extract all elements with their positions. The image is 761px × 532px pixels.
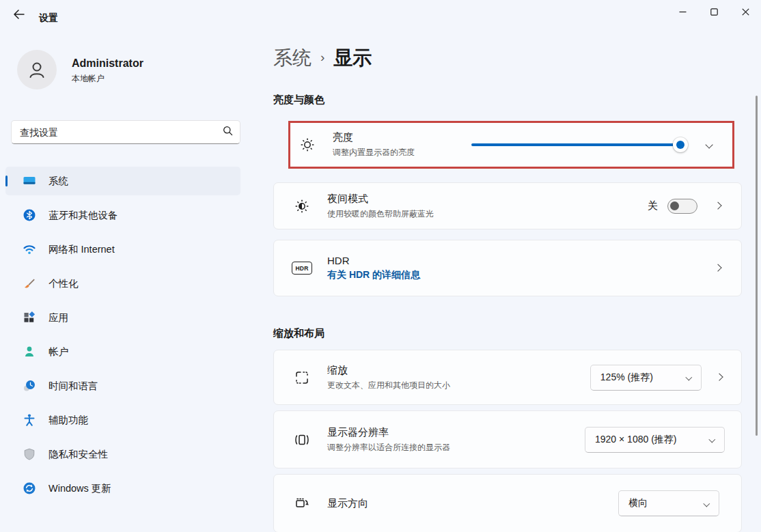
selection-indicator	[5, 176, 8, 186]
sidebar-item-label: 蓝牙和其他设备	[49, 209, 118, 222]
night-light-subtitle: 使用较暖的颜色帮助屏蔽蓝光	[327, 208, 434, 220]
breadcrumb-parent[interactable]: 系统	[273, 45, 312, 71]
orientation-title: 显示方向	[327, 497, 368, 510]
night-light-toggle[interactable]	[667, 199, 697, 214]
vertical-scrollbar[interactable]	[756, 96, 758, 436]
resolution-row[interactable]: 显示器分辨率 调整分辨率以适合所连接的显示器 1920 × 1080 (推荐)	[273, 410, 742, 468]
search-box[interactable]	[11, 120, 240, 144]
resolution-title: 显示器分辨率	[327, 426, 450, 439]
apps-icon	[23, 311, 36, 324]
personalization-brush-icon	[23, 277, 36, 290]
hdr-text: HDR 有关 HDR 的详细信息	[327, 255, 420, 281]
resolution-icon	[292, 432, 312, 448]
brightness-slider-thumb[interactable]	[673, 137, 688, 152]
sidebar-item-label: 隐私和安全性	[49, 448, 108, 461]
hdr-title: HDR	[327, 255, 420, 266]
brightness-slider-track[interactable]	[471, 143, 687, 146]
sidebar-item-accounts[interactable]: 帐户	[5, 337, 240, 366]
sidebar-item-label: Windows 更新	[49, 482, 111, 495]
sidebar-item-personalization[interactable]: 个性化	[5, 269, 240, 298]
minimize-button[interactable]	[667, 0, 698, 23]
orientation-text: 显示方向	[327, 497, 368, 510]
section-scale-layout: 缩放和布局	[273, 327, 324, 340]
scale-subtitle: 更改文本、应用和其他项目的大小	[327, 380, 450, 391]
sidebar-item-apps[interactable]: 应用	[5, 303, 240, 332]
orientation-dropdown-value: 横向	[628, 497, 648, 509]
toggle-knob	[670, 201, 679, 210]
app-title: 设置	[39, 12, 58, 25]
back-arrow-icon	[13, 10, 25, 22]
back-button[interactable]	[8, 7, 29, 25]
night-light-icon	[292, 198, 312, 214]
scale-text: 缩放 更改文本、应用和其他项目的大小	[327, 364, 450, 391]
sidebar-item-system[interactable]: 系统	[5, 167, 240, 195]
sidebar-item-label: 系统	[49, 175, 68, 188]
accounts-person-icon	[23, 345, 36, 359]
window-controls	[667, 0, 761, 23]
breadcrumb-separator-icon: ›	[320, 50, 324, 65]
orientation-row[interactable]: 显示方向 横向	[273, 474, 742, 532]
brightness-title: 亮度	[333, 131, 415, 144]
system-icon	[23, 174, 36, 188]
chevron-right-icon[interactable]	[714, 202, 722, 210]
maximize-button[interactable]	[698, 0, 730, 23]
orientation-dropdown[interactable]: 横向	[618, 490, 719, 516]
brightness-sun-icon	[297, 137, 318, 153]
time-language-clock-icon	[23, 379, 36, 393]
resolution-subtitle: 调整分辨率以适合所连接的显示器	[327, 442, 450, 453]
night-light-row[interactable]: 夜间模式 使用较暖的颜色帮助屏蔽蓝光 关	[273, 182, 742, 229]
resolution-dropdown[interactable]: 1920 × 1080 (推荐)	[585, 427, 725, 453]
close-icon	[742, 8, 749, 16]
sidebar-item-windows-update[interactable]: Windows 更新	[5, 474, 240, 503]
orientation-icon	[292, 495, 312, 512]
close-button[interactable]	[730, 0, 761, 23]
windows-update-icon	[23, 481, 36, 495]
sidebar-nav: 系统 蓝牙和其他设备 网络和 Internet 个性化 应用 帐户	[5, 167, 240, 508]
network-wifi-icon	[23, 242, 36, 256]
sidebar-item-accessibility[interactable]: 辅助功能	[5, 406, 240, 434]
sidebar-item-label: 应用	[49, 311, 68, 324]
account-type: 本地帐户	[72, 73, 105, 85]
avatar[interactable]	[17, 50, 57, 89]
hdr-badge-icon: HDR	[292, 262, 312, 275]
hdr-info-link[interactable]: 有关 HDR 的详细信息	[327, 269, 420, 281]
chevron-down-icon	[704, 500, 710, 506]
night-light-state-label: 关	[648, 199, 658, 212]
chevron-down-icon	[686, 374, 692, 380]
sidebar-item-label: 网络和 Internet	[49, 243, 115, 256]
resolution-dropdown-value: 1920 × 1080 (推荐)	[595, 434, 676, 446]
chevron-down-icon[interactable]	[705, 141, 713, 149]
scale-dropdown-value: 125% (推荐)	[600, 372, 653, 384]
minimize-icon	[679, 8, 687, 16]
bluetooth-icon	[23, 208, 36, 222]
sidebar-item-label: 个性化	[49, 277, 79, 290]
hdr-row[interactable]: HDR HDR 有关 HDR 的详细信息	[273, 240, 742, 296]
maximize-icon	[710, 8, 718, 16]
sidebar-item-network-internet[interactable]: 网络和 Internet	[5, 235, 240, 264]
sidebar-item-label: 辅助功能	[49, 414, 88, 427]
brightness-subtitle: 调整内置显示器的亮度	[333, 147, 415, 158]
page-title: 显示	[333, 45, 372, 71]
search-icon	[223, 126, 233, 139]
account-name: Administrator	[72, 57, 143, 70]
section-brightness-color: 亮度与颜色	[273, 94, 324, 107]
chevron-right-icon[interactable]	[714, 264, 722, 272]
brightness-slider[interactable]	[471, 137, 687, 152]
scale-dropdown[interactable]: 125% (推荐)	[590, 365, 702, 391]
privacy-shield-icon	[23, 447, 36, 461]
resolution-text: 显示器分辨率 调整分辨率以适合所连接的显示器	[327, 426, 450, 453]
sidebar-item-label: 时间和语言	[49, 380, 98, 393]
brightness-row-highlight[interactable]: 亮度 调整内置显示器的亮度	[288, 121, 734, 169]
night-light-text: 夜间模式 使用较暖的颜色帮助屏蔽蓝光	[327, 193, 434, 220]
chevron-right-icon[interactable]	[715, 374, 723, 382]
scale-row[interactable]: 缩放 更改文本、应用和其他项目的大小 125% (推荐)	[273, 350, 742, 405]
brightness-text: 亮度 调整内置显示器的亮度	[333, 131, 415, 158]
sidebar-item-label: 帐户	[49, 346, 68, 359]
sidebar-item-bluetooth-devices[interactable]: 蓝牙和其他设备	[5, 201, 240, 229]
scale-icon	[292, 369, 312, 386]
sidebar-item-time-language[interactable]: 时间和语言	[5, 372, 240, 400]
sidebar-item-privacy-security[interactable]: 隐私和安全性	[5, 440, 240, 468]
scale-title: 缩放	[327, 364, 450, 377]
search-input[interactable]	[20, 127, 223, 138]
night-light-title: 夜间模式	[327, 193, 434, 206]
